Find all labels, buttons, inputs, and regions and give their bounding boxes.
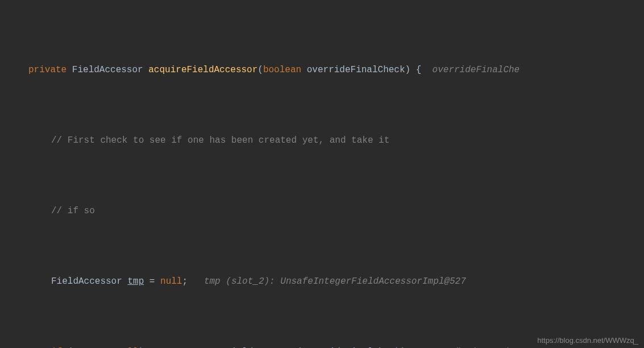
code-line[interactable]: private FieldAccessor acquireFieldAccess… [0, 61, 644, 79]
text: = [144, 276, 160, 287]
type: FieldAccessor [51, 276, 127, 287]
watermark: https://blog.csdn.net/WWWzq_ [537, 336, 638, 345]
param: overrideFinalCheck) { [307, 65, 422, 75]
inline-hint: tmp (slot_2): UnsafeIntegerFieldAccessor… [204, 276, 466, 287]
type: FieldAccessor [72, 65, 143, 75]
keyword-boolean: boolean [263, 65, 301, 75]
code-line[interactable]: FieldAccessor tmp = null; tmp (slot_2): … [0, 273, 644, 291]
semicolon: ; [182, 276, 188, 287]
keyword-null: null [160, 276, 182, 287]
code-line[interactable]: // if so [0, 202, 644, 220]
paren: ( [257, 65, 263, 75]
code-line[interactable]: // First check to see if one has been cr… [0, 132, 644, 150]
inline-hint: overrideFinalChe [433, 65, 520, 75]
method-name: acquireFieldAccessor [148, 65, 257, 75]
comment: // First check to see if one has been cr… [51, 132, 389, 150]
variable: tmp [127, 276, 144, 287]
keyword-private: private [28, 65, 67, 75]
comment: // if so [51, 202, 95, 220]
code-editor[interactable]: private FieldAccessor acquireFieldAccess… [0, 0, 644, 348]
